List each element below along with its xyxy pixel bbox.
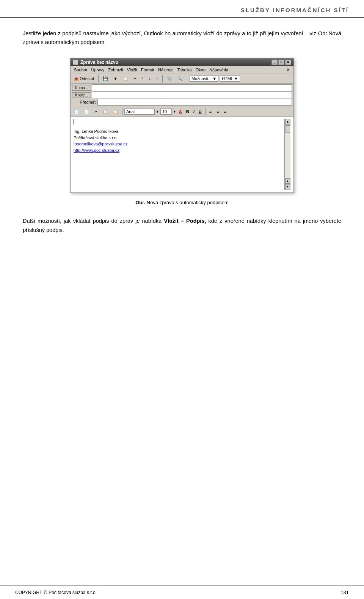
underline-button[interactable]: U	[197, 109, 203, 115]
format-arrow: ▼	[234, 76, 238, 81]
cursor-area	[74, 119, 284, 125]
page-title: SLUŽBY INFORMAČNÍCH SÍTÍ	[241, 7, 349, 13]
toolbar-separator-2	[162, 75, 163, 82]
paragraph-2-bold: Vložit – Podpis,	[164, 218, 206, 224]
fmt-icon-2[interactable]: 📄	[82, 109, 91, 115]
fmt-icon-1[interactable]: 📄	[72, 109, 81, 115]
paragraph-2: Další možností, jak vkládat podpis do zp…	[23, 217, 341, 234]
toolbar-separator-1	[98, 75, 99, 82]
copyright-text: COPYRIGHT	[15, 590, 42, 595]
menu-okno[interactable]: Okno	[194, 67, 207, 73]
fmt-icon-copy[interactable]: 📋	[101, 109, 110, 115]
toolbar-icon-4[interactable]: ✂	[132, 76, 139, 82]
kopie-input[interactable]	[92, 91, 292, 98]
scroll-thumb[interactable]	[286, 125, 290, 133]
align-center-button[interactable]: ≡	[215, 109, 221, 115]
titlebar-left: Zpráva bez názvu	[73, 60, 118, 65]
predmet-label: Předmět:	[72, 100, 97, 104]
window-title: Zpráva bez názvu	[80, 60, 118, 65]
align-left-button[interactable]: ≡	[207, 109, 213, 115]
komu-input[interactable]	[92, 84, 292, 91]
copyright-symbol: ©	[44, 590, 47, 595]
options-dropdown[interactable]: Možnosti... ▼	[190, 76, 218, 82]
sig-line-1: Ing. Lenka Podmolíková	[74, 128, 284, 135]
scroll-down-buttons: ▲ ▼	[285, 178, 290, 189]
toolbar-icon-7[interactable]: ↑	[154, 76, 160, 82]
toolbar-icon-2[interactable]: ▼	[111, 76, 119, 82]
kopie-field-row: Kopie...	[72, 91, 292, 98]
body-content: Ing. Lenka Podmolíková Počítačová služba…	[74, 119, 284, 190]
formatting-toolbar: 📄 📄 ✂ 📋 📋 Arial ▼ 10 ▼ A B I U ≡ ≡ ≡	[71, 107, 293, 117]
toolbar-1: 📤 Odeslat 💾 ▼ 📋 ✂ ! ↓ ↑ 📎 🔍 Možnosti... …	[71, 74, 293, 84]
fmt-sep-2	[205, 108, 206, 115]
toolbar-icon-6[interactable]: ↓	[147, 76, 153, 82]
paragraph-1: Jestliže jeden z podpisů nastavíme jako …	[23, 29, 341, 47]
font-arrow[interactable]: ▼	[156, 110, 159, 113]
footer-copyright: COPYRIGHT © Počítačová služba s.r.o.	[15, 590, 97, 595]
outlook-screenshot: Zpráva bez názvu _ □ ✕ Soubor Úpravy Zob…	[70, 58, 294, 193]
window-titlebar: Zpráva bez názvu _ □ ✕	[71, 58, 293, 66]
fmt-icon-paste[interactable]: 📋	[111, 109, 120, 115]
minimize-button[interactable]: _	[271, 60, 278, 65]
format-dropdown[interactable]: HTML ▼	[220, 76, 240, 82]
scroll-up-button[interactable]: ▲	[285, 119, 290, 125]
maximize-button[interactable]: □	[278, 60, 284, 65]
fmt-icon-scissors[interactable]: ✂	[93, 109, 100, 115]
font-size-field[interactable]: 10	[160, 109, 172, 115]
menu-vlozit[interactable]: Vložit	[125, 67, 139, 73]
menu-close-x[interactable]: ✕	[284, 67, 292, 73]
send-button[interactable]: 📤 Odeslat	[72, 76, 96, 82]
text-cursor	[74, 119, 74, 125]
predmet-field-row: Předmět:	[72, 99, 292, 106]
font-color-button[interactable]: A	[177, 109, 184, 115]
menu-format[interactable]: Formát	[139, 67, 156, 73]
paragraph-1-text: Jestliže jeden z podpisů nastavíme jako …	[23, 30, 328, 36]
toolbar-icon-1[interactable]: 💾	[101, 76, 110, 82]
caption-text: Nová zpráva s automatický podpisem	[145, 200, 229, 205]
kopie-button[interactable]: Kopie...	[72, 92, 91, 98]
scroll-track	[285, 125, 290, 178]
menu-soubor[interactable]: Soubor	[72, 67, 89, 73]
scrollbar[interactable]: ▲ ▲ ▼	[284, 119, 290, 190]
menu-bar: Soubor Úpravy Zobrazit Vložit Formát Nás…	[71, 66, 293, 74]
caption-prefix: Obr.	[135, 200, 145, 205]
size-arrow[interactable]: ▼	[173, 110, 176, 113]
bold-button[interactable]: B	[185, 109, 191, 115]
toolbar-icon-9[interactable]: 🔍	[176, 76, 185, 82]
menu-tabulka[interactable]: Tabulka	[176, 67, 194, 73]
komu-button[interactable]: Komu...	[72, 85, 91, 91]
signature-block: Ing. Lenka Podmolíková Počítačová služba…	[74, 128, 284, 153]
toolbar-icon-3[interactable]: 📋	[121, 76, 130, 82]
sig-line-3: lpodmolikova@poc-sluzba.cz	[74, 141, 284, 147]
align-right-button[interactable]: ≡	[222, 109, 228, 115]
paragraph-2-start: Další možností, jak vkládat podpis do zp…	[23, 218, 164, 224]
format-label: HTML	[222, 76, 233, 81]
footer-page-number: 131	[340, 590, 349, 595]
footer-company: Počítačová služba s.r.o.	[49, 590, 97, 595]
options-arrow: ▼	[212, 76, 217, 81]
toolbar-separator-3	[187, 75, 187, 82]
komu-field-row: Komu...	[72, 84, 292, 91]
fmt-sep-1	[122, 108, 122, 115]
page-header: SLUŽBY INFORMAČNÍCH SÍTÍ	[0, 0, 364, 18]
menu-napoveda[interactable]: Nápověda	[207, 67, 230, 73]
sig-email[interactable]: lpodmolikova@poc-sluzba.cz	[74, 142, 128, 146]
scroll-down-btn1[interactable]: ▲	[285, 178, 290, 184]
predmet-input[interactable]	[97, 99, 292, 106]
menu-nastroje[interactable]: Nástroje	[156, 67, 176, 73]
menu-zobrazit[interactable]: Zobrazit	[106, 67, 125, 73]
close-button[interactable]: ✕	[285, 60, 291, 65]
message-body[interactable]: Ing. Lenka Podmolíková Počítačová služba…	[71, 117, 293, 192]
sig-line-2: Počítačová služba s.r.o.	[74, 135, 284, 141]
scroll-down-btn2[interactable]: ▼	[285, 184, 290, 189]
sig-line-4: http://www.poc-sluzba.cz	[74, 147, 284, 154]
options-label: Možnosti...	[191, 76, 212, 81]
italic-button[interactable]: I	[192, 109, 196, 115]
font-name-field[interactable]: Arial	[124, 109, 155, 115]
toolbar-icon-8[interactable]: 📎	[165, 76, 174, 82]
sig-url[interactable]: http://www.poc-sluzba.cz	[74, 148, 119, 153]
toolbar-icon-5[interactable]: !	[140, 76, 145, 82]
address-fields: Komu... Kopie... Předmět:	[71, 84, 293, 107]
main-content: Jestliže jeden z podpisů nastavíme jako …	[0, 18, 364, 265]
menu-upravy[interactable]: Úpravy	[89, 67, 106, 73]
